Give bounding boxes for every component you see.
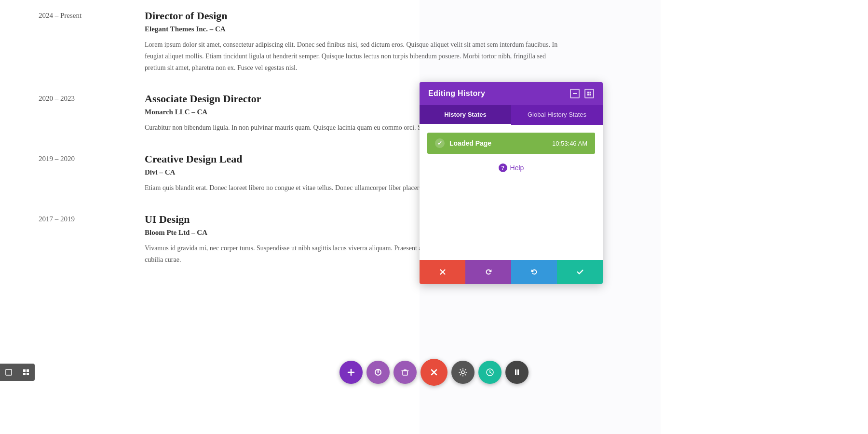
add-button[interactable]: [339, 361, 363, 384]
panel-body: Loaded Page 10:53:46 AM ? Help: [420, 125, 603, 260]
entry-content-1: Director of Design Elegant Themes Inc. –…: [145, 10, 559, 73]
year-label-1: 2024 – Present: [39, 10, 145, 73]
close-button[interactable]: [420, 359, 448, 386]
power-button[interactable]: [366, 361, 390, 384]
svg-rect-11: [6, 369, 12, 375]
left-square-button[interactable]: [0, 364, 17, 381]
entry-description-1: Lorem ipsum dolor sit amet, consectetur …: [145, 39, 559, 73]
svg-rect-4: [590, 94, 592, 96]
tab-global-history-states[interactable]: Global History States: [511, 105, 603, 125]
svg-rect-1: [587, 92, 589, 94]
svg-rect-3: [587, 94, 589, 96]
svg-rect-15: [27, 373, 29, 375]
pause-button[interactable]: [505, 361, 529, 384]
entry-company-1: Elegant Themes Inc. – CA: [145, 25, 559, 33]
panel-header: Editing History: [420, 82, 603, 105]
help-link[interactable]: ? Help: [427, 160, 595, 176]
floating-toolbar: [339, 359, 529, 386]
panel-title: Editing History: [428, 89, 485, 98]
help-label: Help: [510, 164, 524, 172]
left-bottom-panel: [0, 364, 35, 381]
grid-icon[interactable]: [584, 89, 594, 98]
history-button[interactable]: [478, 361, 502, 384]
tab-history-states[interactable]: History States: [420, 105, 511, 125]
trash-button[interactable]: [393, 361, 417, 384]
entry-title-1: Director of Design: [145, 10, 559, 22]
settings-button[interactable]: [451, 361, 475, 384]
year-label-4: 2017 – 2019: [39, 213, 145, 266]
save-button[interactable]: [557, 260, 603, 284]
year-label-3: 2019 – 2020: [39, 153, 145, 194]
svg-rect-0: [573, 93, 577, 94]
svg-rect-12: [23, 369, 26, 372]
history-item[interactable]: Loaded Page 10:53:46 AM: [427, 133, 595, 154]
svg-rect-9: [515, 369, 516, 375]
svg-rect-6: [403, 371, 407, 375]
panel-header-icons: [570, 89, 594, 98]
history-item-time: 10:53:46 AM: [552, 140, 587, 147]
check-icon: [435, 138, 445, 148]
editing-history-panel: Editing History History States Global Hi…: [420, 82, 603, 284]
redo-button[interactable]: [511, 260, 557, 284]
undo-button[interactable]: [465, 260, 511, 284]
help-circle-icon: ?: [499, 163, 507, 172]
year-label-2: 2020 – 2023: [39, 93, 145, 134]
history-item-label: Loaded Page: [449, 139, 491, 147]
svg-point-7: [461, 371, 464, 374]
panel-actions: [420, 260, 603, 284]
svg-rect-10: [517, 369, 519, 375]
timeline-entry-1: 2024 – Present Director of Design Elegan…: [39, 10, 868, 73]
left-grid-button[interactable]: [17, 364, 35, 381]
svg-rect-13: [27, 369, 29, 372]
panel-tabs: History States Global History States: [420, 105, 603, 125]
minimize-icon[interactable]: [570, 89, 580, 98]
svg-rect-14: [23, 373, 26, 375]
cancel-button[interactable]: [420, 260, 465, 284]
history-item-left: Loaded Page: [435, 138, 491, 148]
svg-rect-2: [590, 92, 592, 94]
